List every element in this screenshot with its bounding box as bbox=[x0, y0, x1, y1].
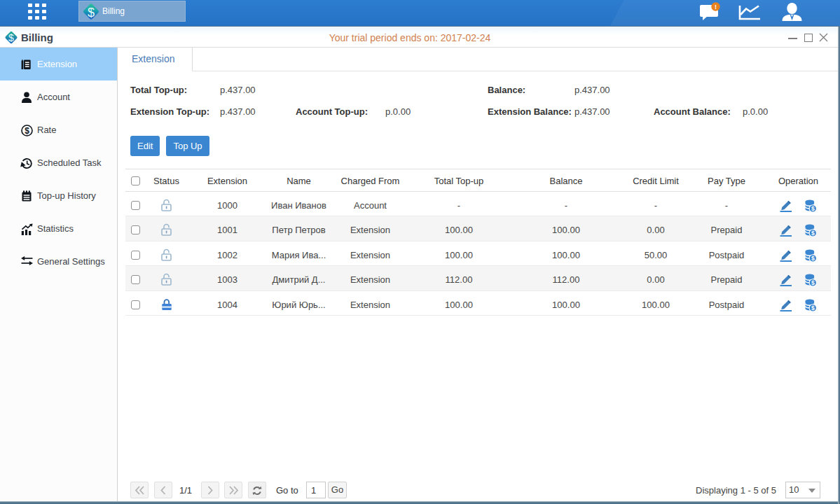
svg-text:$: $ bbox=[811, 205, 815, 212]
svg-text:$: $ bbox=[811, 230, 815, 237]
svg-text:$: $ bbox=[25, 126, 29, 136]
svg-text:$: $ bbox=[811, 279, 815, 286]
svg-text:!: ! bbox=[715, 4, 717, 10]
svg-text:$: $ bbox=[811, 304, 815, 312]
svg-text:$: $ bbox=[88, 5, 95, 19]
svg-text:$: $ bbox=[811, 255, 815, 262]
